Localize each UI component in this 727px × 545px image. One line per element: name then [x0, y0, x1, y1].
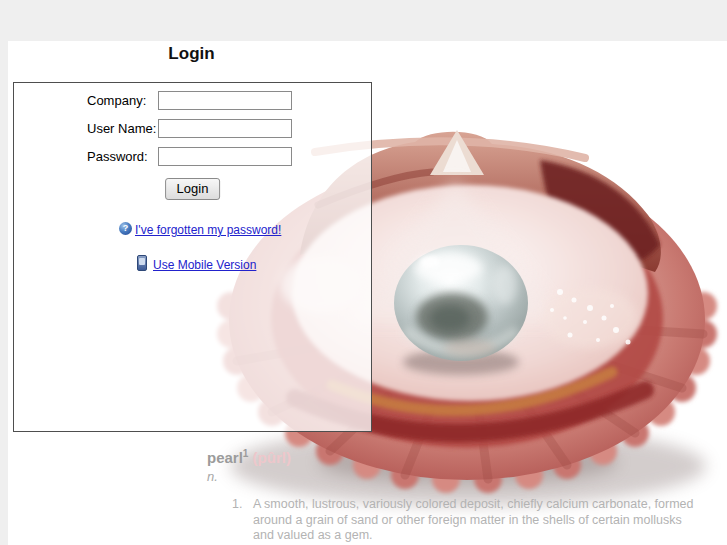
- definition-part-of-speech: n.: [207, 469, 677, 484]
- mobile-phone-icon[interactable]: [137, 255, 147, 271]
- login-form: Company: User Name: Password: Login ? I'…: [13, 82, 372, 432]
- company-label: Company:: [87, 91, 146, 110]
- dictionary-definition: pearl1 (pûrl) n. 1. A smooth, lustrous, …: [207, 448, 677, 545]
- password-label: Password:: [87, 147, 148, 166]
- definition-pronunciation: (pûrl): [253, 449, 291, 466]
- page-title: Login: [13, 44, 370, 64]
- help-icon[interactable]: ?: [119, 222, 132, 235]
- definition-list: 1. A smooth, lustrous, variously colored…: [207, 497, 677, 545]
- username-input[interactable]: [158, 119, 292, 138]
- company-input[interactable]: [158, 91, 292, 110]
- username-label: User Name:: [87, 119, 156, 138]
- login-button[interactable]: Login: [165, 178, 221, 200]
- login-page: pearl1 (pûrl) n. 1. A smooth, lustrous, …: [8, 41, 727, 545]
- password-input[interactable]: [158, 147, 292, 166]
- definition-headword: pearl1 (pûrl): [207, 448, 677, 466]
- definition-item: 1. A smooth, lustrous, variously colored…: [207, 497, 705, 544]
- mobile-phone-screen: [139, 258, 145, 265]
- mobile-version-link[interactable]: Use Mobile Version: [153, 258, 256, 272]
- forgot-password-link[interactable]: I've forgotten my password!: [135, 223, 281, 237]
